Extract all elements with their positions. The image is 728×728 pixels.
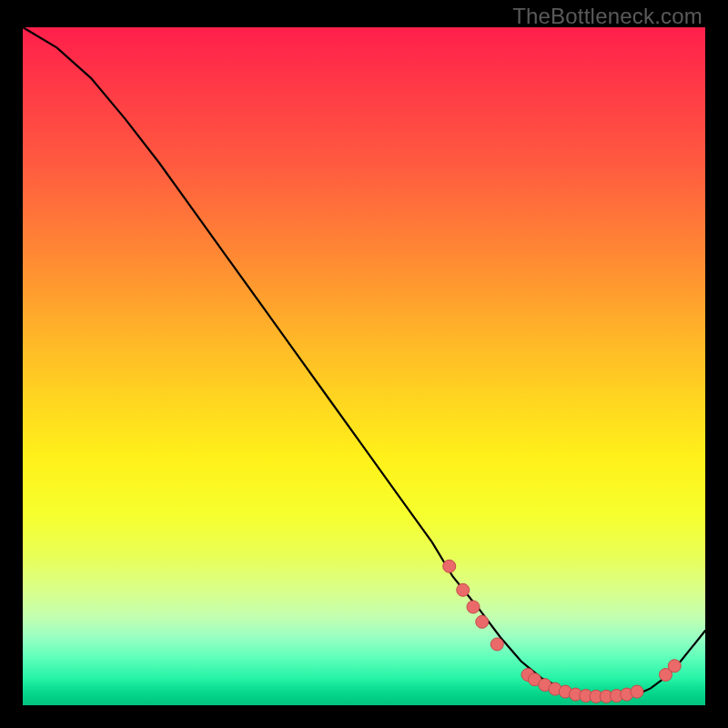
curve-marker [457,583,470,596]
curve-marker [467,601,480,613]
plot-area [23,27,705,705]
bottleneck-curve [23,27,705,698]
curve-marker [490,638,503,651]
curve-marker [443,560,456,572]
watermark-text: TheBottleneck.com [512,4,703,29]
curve-markers [443,560,682,703]
curve-marker [631,685,643,698]
curve-svg [23,27,705,705]
curve-marker [476,615,489,628]
chart-frame: TheBottleneck.com [0,0,728,728]
curve-marker [668,660,681,672]
